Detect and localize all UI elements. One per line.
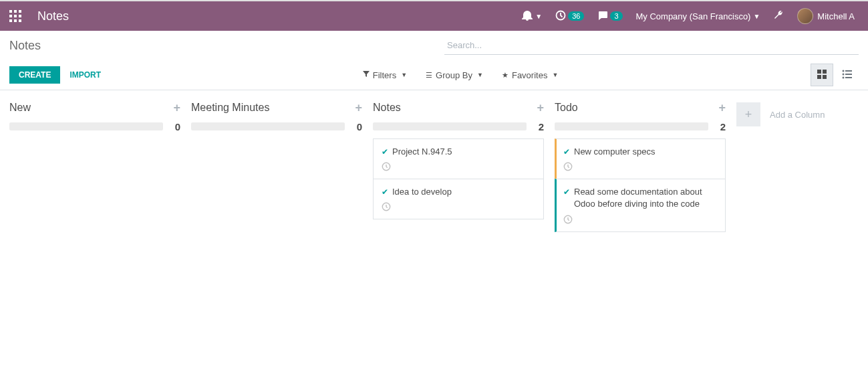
svg-point-16	[842, 73, 844, 75]
favorites-menu[interactable]: ★ Favorites ▼	[502, 70, 558, 80]
check-icon: ✔	[382, 147, 388, 157]
kanban-icon	[817, 69, 827, 82]
activity-clock-icon[interactable]	[563, 163, 573, 173]
list-icon: ☰	[426, 71, 432, 80]
check-icon: ✔	[563, 147, 570, 157]
svg-rect-2	[19, 10, 21, 13]
column-progress	[555, 122, 708, 130]
column-count: 0	[351, 121, 362, 132]
kanban-card[interactable]: ✔ Idea to develop	[373, 179, 544, 219]
svg-rect-13	[823, 75, 827, 79]
kanban-card[interactable]: ✔ Project N.947.5	[373, 138, 544, 179]
activities-badge: 36	[568, 11, 584, 21]
filter-icon	[363, 71, 370, 79]
user-menu[interactable]: Mitchell A	[797, 8, 855, 24]
column-progress	[9, 122, 163, 130]
svg-rect-7	[14, 19, 17, 22]
chat-icon	[597, 10, 608, 23]
groupby-menu[interactable]: ☰ Group By ▼	[426, 70, 483, 80]
discuss-badge: 3	[610, 11, 622, 21]
svg-point-18	[842, 76, 844, 78]
svg-rect-17	[845, 74, 852, 75]
svg-rect-15	[845, 70, 852, 72]
filters-label: Filters	[373, 70, 396, 80]
column-count: 0	[170, 121, 180, 132]
clock-icon	[555, 10, 566, 23]
kanban-column: New + 0	[4, 97, 186, 138]
svg-point-14	[842, 70, 844, 72]
star-icon: ★	[502, 71, 509, 80]
activities-menu[interactable]: 36	[555, 10, 584, 23]
add-column-button[interactable]: +	[736, 102, 760, 126]
column-title[interactable]: Meeting Minutes	[191, 102, 355, 114]
add-column-label[interactable]: Add a Column	[770, 110, 825, 120]
chevron-down-icon: ▼	[753, 13, 760, 20]
kanban-view-button[interactable]	[811, 64, 833, 86]
list-view-button[interactable]	[836, 64, 859, 86]
card-title: Read some documentation about Odoo befor…	[574, 186, 718, 210]
column-title[interactable]: Notes	[373, 102, 537, 114]
column-count: 2	[533, 121, 544, 132]
kanban-column: Notes + 2 ✔ Project N.947.5 ✔ Idea to de…	[368, 97, 549, 219]
svg-rect-19	[845, 77, 852, 78]
column-progress	[191, 122, 345, 130]
chevron-down-icon: ▼	[477, 72, 483, 78]
list-icon	[842, 69, 853, 82]
column-title[interactable]: New	[9, 102, 173, 114]
svg-rect-0	[9, 10, 12, 13]
svg-rect-5	[19, 15, 21, 17]
breadcrumb: Notes	[9, 39, 41, 53]
svg-rect-8	[19, 19, 21, 22]
card-title: Idea to develop	[392, 186, 452, 198]
import-button[interactable]: IMPORT	[60, 66, 110, 84]
favorites-label: Favorites	[512, 70, 547, 80]
wrench-icon	[773, 10, 784, 23]
groupby-label: Group By	[436, 70, 472, 80]
create-button[interactable]: CREATE	[9, 66, 60, 84]
activity-clock-icon[interactable]	[382, 203, 391, 213]
card-title: Project N.947.5	[392, 146, 452, 158]
filters-menu[interactable]: Filters ▼	[363, 70, 407, 80]
svg-rect-1	[14, 10, 17, 13]
company-label: My Company (San Francisco)	[636, 11, 751, 21]
column-count: 2	[715, 121, 726, 132]
discuss-menu[interactable]: 3	[597, 10, 622, 23]
column-add-button[interactable]: +	[173, 101, 180, 115]
kanban-board: New + 0 Meeting Minutes + 0 Notes + 2 ✔	[0, 90, 868, 238]
svg-rect-4	[14, 15, 17, 17]
card-title: New computer specs	[574, 146, 655, 158]
kanban-card[interactable]: ✔ Read some documentation about Odoo bef…	[555, 179, 726, 231]
column-progress	[373, 122, 527, 130]
chevron-down-icon: ▼	[401, 72, 407, 78]
svg-rect-11	[823, 70, 827, 74]
notifications-menu[interactable]: ▼	[522, 10, 542, 23]
bell-icon	[522, 10, 533, 23]
activity-clock-icon[interactable]	[563, 215, 573, 226]
svg-rect-10	[817, 70, 821, 74]
user-label: Mitchell A	[817, 11, 855, 21]
column-title[interactable]: Todo	[555, 102, 718, 114]
kanban-column: Meeting Minutes + 0	[186, 97, 368, 138]
activity-clock-icon[interactable]	[382, 163, 391, 173]
check-icon: ✔	[382, 187, 388, 197]
check-icon: ✔	[563, 187, 570, 197]
chevron-down-icon: ▼	[552, 72, 558, 78]
chevron-down-icon: ▼	[535, 13, 542, 20]
app-title[interactable]: Notes	[37, 9, 69, 23]
apps-menu-icon[interactable]	[7, 7, 24, 25]
company-switcher[interactable]: My Company (San Francisco) ▼	[636, 11, 760, 21]
search-input[interactable]	[444, 36, 859, 55]
svg-rect-12	[817, 75, 821, 79]
kanban-column: Todo + 2 ✔ New computer specs ✔ Read som…	[549, 97, 731, 231]
debug-menu[interactable]	[773, 10, 784, 23]
column-add-button[interactable]: +	[537, 101, 544, 115]
avatar	[797, 8, 813, 24]
column-add-button[interactable]: +	[718, 101, 726, 115]
svg-rect-3	[9, 15, 12, 17]
svg-rect-6	[9, 19, 12, 22]
kanban-card[interactable]: ✔ New computer specs	[555, 138, 726, 179]
column-add-button[interactable]: +	[355, 101, 362, 115]
